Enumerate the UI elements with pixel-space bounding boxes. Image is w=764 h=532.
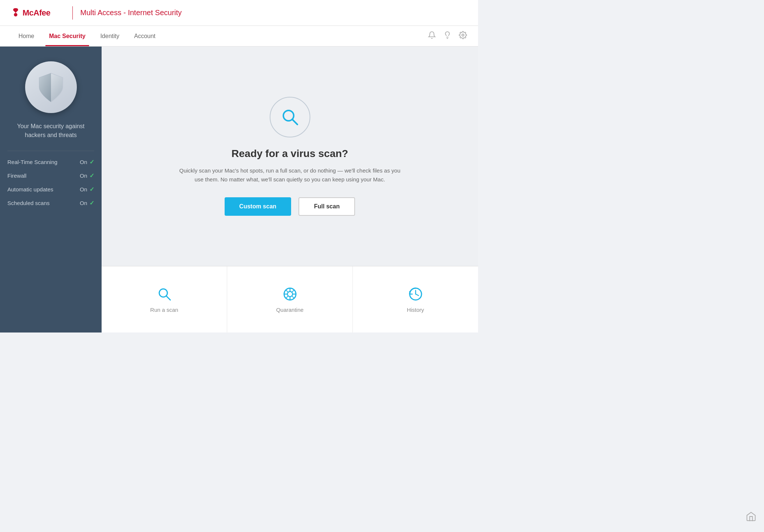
- svg-line-16: [286, 296, 288, 299]
- nav-left: Home Mac Security Identity Account: [11, 26, 163, 46]
- scheduled-value: On ✓: [80, 200, 94, 207]
- svg-line-4: [292, 119, 297, 125]
- quarantine-icon: [282, 286, 298, 302]
- status-item-realtime: Real-Time Scanning On ✓: [7, 158, 94, 166]
- bottom-tiles: Run a scan Quarantine: [102, 266, 478, 332]
- content-area: Ready for a virus scan? Quickly scan you…: [102, 47, 478, 332]
- header: ❢ McAfee Multi Access - Internet Securit…: [0, 0, 478, 26]
- quarantine-label: Quarantine: [276, 307, 303, 313]
- svg-line-6: [166, 296, 170, 300]
- nav-item-mac-security[interactable]: Mac Security: [42, 26, 93, 46]
- firewall-check-icon: ✓: [89, 172, 94, 179]
- scan-buttons: Custom scan Full scan: [225, 197, 355, 216]
- scan-circle-icon: [270, 97, 310, 137]
- realtime-label: Real-Time Scanning: [7, 159, 57, 165]
- autoupdates-value: On ✓: [80, 186, 94, 193]
- tile-history[interactable]: History: [353, 266, 478, 332]
- svg-line-14: [292, 296, 294, 299]
- nav-right: [428, 31, 467, 41]
- full-scan-button[interactable]: Full scan: [299, 197, 355, 216]
- mcafee-logo-icon: ❢: [11, 7, 20, 19]
- autoupdates-label: Automatic updates: [7, 186, 53, 192]
- run-a-scan-label: Run a scan: [150, 307, 178, 313]
- autoupdates-check-icon: ✓: [89, 186, 94, 193]
- firewall-label: Firewall: [7, 173, 27, 179]
- tile-quarantine[interactable]: Quarantine: [227, 266, 353, 332]
- custom-scan-button[interactable]: Custom scan: [225, 197, 291, 216]
- status-item-firewall: Firewall On ✓: [7, 172, 94, 179]
- run-a-scan-icon: [156, 286, 173, 302]
- main-layout: Your Mac security against hackers and th…: [0, 47, 478, 332]
- scan-title: Ready for a virus scan?: [232, 148, 348, 160]
- status-item-autoupdates: Automatic updates On ✓: [7, 186, 94, 193]
- realtime-check-icon: ✓: [89, 158, 94, 166]
- bell-icon[interactable]: [428, 31, 436, 41]
- svg-point-2: [462, 34, 464, 36]
- sidebar-status-list: Real-Time Scanning On ✓ Firewall On ✓ Au…: [7, 158, 94, 207]
- sidebar-divider: [7, 151, 94, 151]
- sidebar: Your Mac security against hackers and th…: [0, 47, 102, 332]
- gear-icon[interactable]: [459, 31, 467, 41]
- svg-line-13: [286, 290, 288, 292]
- mcafee-logo-text: McAfee: [23, 8, 50, 18]
- search-svg-icon: [280, 107, 300, 127]
- scan-description: Quickly scan your Mac's hot spots, run a…: [175, 166, 405, 184]
- header-divider: [72, 6, 73, 20]
- scheduled-check-icon: ✓: [89, 200, 94, 207]
- nav-item-home[interactable]: Home: [11, 26, 42, 46]
- svg-line-15: [292, 290, 294, 292]
- tile-run-a-scan[interactable]: Run a scan: [102, 266, 227, 332]
- scan-section: Ready for a virus scan? Quickly scan you…: [102, 47, 478, 266]
- status-item-scheduled: Scheduled scans On ✓: [7, 200, 94, 207]
- sidebar-description: Your Mac security against hackers and th…: [7, 122, 94, 140]
- main-nav: Home Mac Security Identity Account: [0, 26, 478, 47]
- app-title: Multi Access - Internet Security: [80, 8, 182, 17]
- nav-item-identity[interactable]: Identity: [93, 26, 127, 46]
- history-label: History: [407, 307, 424, 313]
- nav-item-account[interactable]: Account: [127, 26, 163, 46]
- scheduled-label: Scheduled scans: [7, 200, 50, 206]
- history-icon: [407, 286, 424, 302]
- firewall-value: On ✓: [80, 172, 94, 179]
- logo-area: ❢ McAfee: [11, 7, 50, 19]
- svg-point-8: [287, 291, 293, 297]
- lightbulb-icon[interactable]: [443, 31, 451, 41]
- shield-circle: [25, 61, 77, 113]
- shield-svg: [36, 72, 66, 103]
- realtime-value: On ✓: [80, 158, 94, 166]
